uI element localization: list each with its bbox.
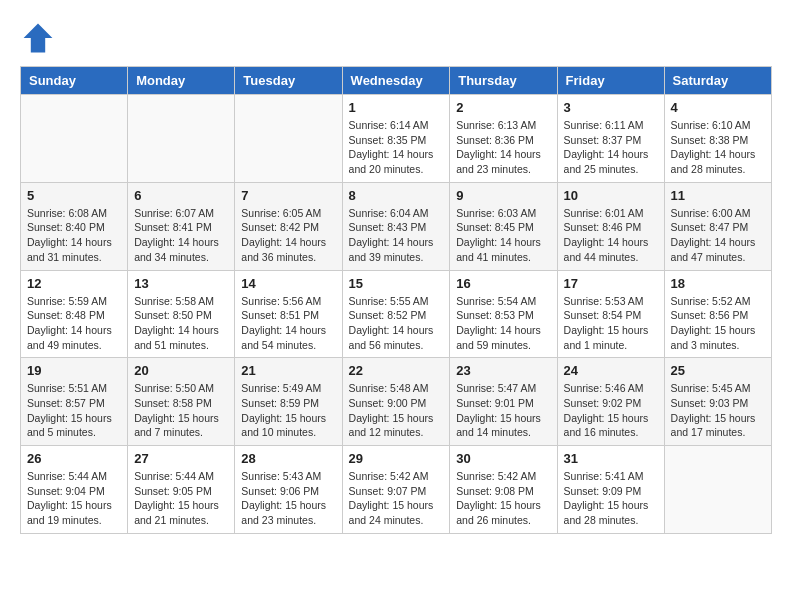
calendar-cell [664,446,771,534]
calendar-cell: 10Sunrise: 6:01 AMSunset: 8:46 PMDayligh… [557,182,664,270]
day-number: 14 [241,276,335,291]
calendar-cell: 25Sunrise: 5:45 AMSunset: 9:03 PMDayligh… [664,358,771,446]
calendar-cell: 18Sunrise: 5:52 AMSunset: 8:56 PMDayligh… [664,270,771,358]
day-info: Sunrise: 5:55 AMSunset: 8:52 PMDaylight:… [349,294,444,353]
logo-icon [20,20,56,56]
calendar-day-header: Tuesday [235,67,342,95]
calendar-header-row: SundayMondayTuesdayWednesdayThursdayFrid… [21,67,772,95]
calendar-cell: 26Sunrise: 5:44 AMSunset: 9:04 PMDayligh… [21,446,128,534]
calendar-cell: 6Sunrise: 6:07 AMSunset: 8:41 PMDaylight… [128,182,235,270]
calendar-week-row: 5Sunrise: 6:08 AMSunset: 8:40 PMDaylight… [21,182,772,270]
day-info: Sunrise: 6:14 AMSunset: 8:35 PMDaylight:… [349,118,444,177]
calendar-cell: 13Sunrise: 5:58 AMSunset: 8:50 PMDayligh… [128,270,235,358]
day-number: 11 [671,188,765,203]
day-info: Sunrise: 5:54 AMSunset: 8:53 PMDaylight:… [456,294,550,353]
day-info: Sunrise: 6:07 AMSunset: 8:41 PMDaylight:… [134,206,228,265]
calendar-cell: 14Sunrise: 5:56 AMSunset: 8:51 PMDayligh… [235,270,342,358]
calendar-cell: 5Sunrise: 6:08 AMSunset: 8:40 PMDaylight… [21,182,128,270]
day-info: Sunrise: 6:11 AMSunset: 8:37 PMDaylight:… [564,118,658,177]
calendar-cell [21,95,128,183]
day-info: Sunrise: 5:58 AMSunset: 8:50 PMDaylight:… [134,294,228,353]
calendar-cell: 2Sunrise: 6:13 AMSunset: 8:36 PMDaylight… [450,95,557,183]
day-info: Sunrise: 5:42 AMSunset: 9:07 PMDaylight:… [349,469,444,528]
calendar-cell: 12Sunrise: 5:59 AMSunset: 8:48 PMDayligh… [21,270,128,358]
calendar-cell: 29Sunrise: 5:42 AMSunset: 9:07 PMDayligh… [342,446,450,534]
day-info: Sunrise: 6:08 AMSunset: 8:40 PMDaylight:… [27,206,121,265]
calendar-day-header: Friday [557,67,664,95]
day-number: 22 [349,363,444,378]
day-info: Sunrise: 6:03 AMSunset: 8:45 PMDaylight:… [456,206,550,265]
day-number: 2 [456,100,550,115]
calendar-table: SundayMondayTuesdayWednesdayThursdayFrid… [20,66,772,534]
day-number: 18 [671,276,765,291]
day-number: 4 [671,100,765,115]
day-info: Sunrise: 5:42 AMSunset: 9:08 PMDaylight:… [456,469,550,528]
calendar-cell: 9Sunrise: 6:03 AMSunset: 8:45 PMDaylight… [450,182,557,270]
day-number: 24 [564,363,658,378]
day-info: Sunrise: 5:52 AMSunset: 8:56 PMDaylight:… [671,294,765,353]
day-number: 28 [241,451,335,466]
day-number: 27 [134,451,228,466]
calendar-cell: 4Sunrise: 6:10 AMSunset: 8:38 PMDaylight… [664,95,771,183]
day-number: 8 [349,188,444,203]
calendar-cell: 15Sunrise: 5:55 AMSunset: 8:52 PMDayligh… [342,270,450,358]
calendar-cell: 20Sunrise: 5:50 AMSunset: 8:58 PMDayligh… [128,358,235,446]
day-info: Sunrise: 5:44 AMSunset: 9:05 PMDaylight:… [134,469,228,528]
day-info: Sunrise: 6:00 AMSunset: 8:47 PMDaylight:… [671,206,765,265]
day-number: 10 [564,188,658,203]
day-number: 6 [134,188,228,203]
calendar-cell: 17Sunrise: 5:53 AMSunset: 8:54 PMDayligh… [557,270,664,358]
day-info: Sunrise: 5:41 AMSunset: 9:09 PMDaylight:… [564,469,658,528]
day-info: Sunrise: 5:47 AMSunset: 9:01 PMDaylight:… [456,381,550,440]
day-number: 31 [564,451,658,466]
day-number: 1 [349,100,444,115]
day-info: Sunrise: 5:49 AMSunset: 8:59 PMDaylight:… [241,381,335,440]
day-number: 23 [456,363,550,378]
calendar-cell: 24Sunrise: 5:46 AMSunset: 9:02 PMDayligh… [557,358,664,446]
day-number: 26 [27,451,121,466]
day-number: 13 [134,276,228,291]
day-info: Sunrise: 5:56 AMSunset: 8:51 PMDaylight:… [241,294,335,353]
day-info: Sunrise: 5:59 AMSunset: 8:48 PMDaylight:… [27,294,121,353]
calendar-day-header: Monday [128,67,235,95]
day-number: 29 [349,451,444,466]
day-number: 20 [134,363,228,378]
calendar-cell: 8Sunrise: 6:04 AMSunset: 8:43 PMDaylight… [342,182,450,270]
day-number: 16 [456,276,550,291]
day-number: 9 [456,188,550,203]
day-number: 21 [241,363,335,378]
calendar-cell: 21Sunrise: 5:49 AMSunset: 8:59 PMDayligh… [235,358,342,446]
calendar-cell: 16Sunrise: 5:54 AMSunset: 8:53 PMDayligh… [450,270,557,358]
calendar-week-row: 1Sunrise: 6:14 AMSunset: 8:35 PMDaylight… [21,95,772,183]
calendar-cell: 7Sunrise: 6:05 AMSunset: 8:42 PMDaylight… [235,182,342,270]
day-info: Sunrise: 5:44 AMSunset: 9:04 PMDaylight:… [27,469,121,528]
calendar-cell: 11Sunrise: 6:00 AMSunset: 8:47 PMDayligh… [664,182,771,270]
day-info: Sunrise: 6:13 AMSunset: 8:36 PMDaylight:… [456,118,550,177]
calendar-cell [128,95,235,183]
calendar-cell: 30Sunrise: 5:42 AMSunset: 9:08 PMDayligh… [450,446,557,534]
svg-marker-0 [24,24,53,53]
day-info: Sunrise: 5:46 AMSunset: 9:02 PMDaylight:… [564,381,658,440]
day-info: Sunrise: 6:01 AMSunset: 8:46 PMDaylight:… [564,206,658,265]
day-number: 5 [27,188,121,203]
day-number: 19 [27,363,121,378]
day-number: 7 [241,188,335,203]
calendar-cell: 19Sunrise: 5:51 AMSunset: 8:57 PMDayligh… [21,358,128,446]
day-info: Sunrise: 5:50 AMSunset: 8:58 PMDaylight:… [134,381,228,440]
day-info: Sunrise: 5:53 AMSunset: 8:54 PMDaylight:… [564,294,658,353]
calendar-cell: 22Sunrise: 5:48 AMSunset: 9:00 PMDayligh… [342,358,450,446]
day-number: 17 [564,276,658,291]
day-info: Sunrise: 6:10 AMSunset: 8:38 PMDaylight:… [671,118,765,177]
calendar-day-header: Saturday [664,67,771,95]
calendar-week-row: 12Sunrise: 5:59 AMSunset: 8:48 PMDayligh… [21,270,772,358]
page-header [20,20,772,56]
day-info: Sunrise: 6:04 AMSunset: 8:43 PMDaylight:… [349,206,444,265]
day-number: 30 [456,451,550,466]
calendar-cell: 23Sunrise: 5:47 AMSunset: 9:01 PMDayligh… [450,358,557,446]
calendar-cell: 1Sunrise: 6:14 AMSunset: 8:35 PMDaylight… [342,95,450,183]
calendar-cell: 27Sunrise: 5:44 AMSunset: 9:05 PMDayligh… [128,446,235,534]
day-info: Sunrise: 5:48 AMSunset: 9:00 PMDaylight:… [349,381,444,440]
calendar-week-row: 26Sunrise: 5:44 AMSunset: 9:04 PMDayligh… [21,446,772,534]
day-number: 15 [349,276,444,291]
day-info: Sunrise: 5:43 AMSunset: 9:06 PMDaylight:… [241,469,335,528]
